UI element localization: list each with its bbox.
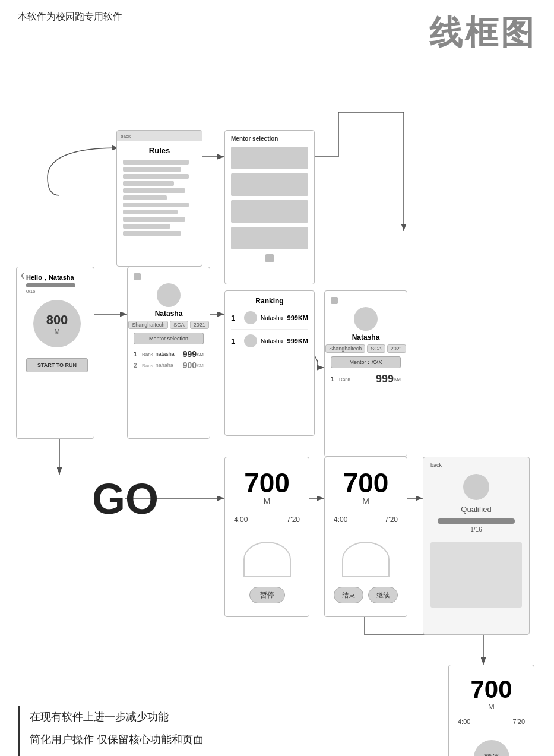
running-screen2: 700 M 4:00 7'20 结束 继续 — [324, 457, 407, 617]
ranking-r2-num: 1 — [231, 337, 240, 346]
main-title: 线框图 — [429, 11, 536, 56]
profile-tag2: SCA — [170, 321, 188, 329]
rules-line1 — [123, 160, 189, 165]
mentor-selection-title: Mentor selection — [231, 135, 308, 142]
profile2-screen: Natasha Shanghaitech SCA 2021 Mentor：XXX… — [324, 290, 407, 457]
home-progress-bar — [26, 283, 75, 287]
ranking-title: Ranking — [231, 297, 308, 305]
rules-line3 — [123, 174, 189, 179]
profile-rank2-row: 2 Rank nahaha 900 KM — [134, 360, 204, 370]
profile2-rank-num: 1 — [331, 376, 339, 382]
pause-button1[interactable]: 暂停 — [249, 587, 285, 603]
running3-time2: 7'20 — [513, 718, 525, 725]
rules-line6 — [123, 195, 167, 200]
rules-line4 — [123, 181, 174, 186]
back-label-rules: back — [121, 134, 131, 139]
profile-tag1: Shanghaitech — [128, 321, 168, 329]
ranking-r2-km: 999KM — [287, 337, 308, 344]
qualified-screen: back Qualified 1/16 — [423, 457, 530, 635]
mentor-item4 — [231, 227, 308, 249]
home-greeting: Hello，Natasha — [26, 273, 88, 282]
running-screen1: 700 M 4:00 7'20 暂停 — [224, 457, 309, 617]
end-button[interactable]: 结束 — [334, 587, 363, 603]
home-unit: M — [54, 328, 59, 335]
rules-line8 — [123, 210, 178, 214]
ranking-r2-name: Natasha — [261, 338, 287, 344]
go-text: GO — [92, 475, 159, 523]
running1-time2: 7'20 — [287, 515, 300, 524]
mentor-item3 — [231, 200, 308, 223]
profile2-rank-unit: KM — [394, 377, 401, 382]
rules-line11 — [123, 231, 181, 236]
rules-line2 — [123, 167, 181, 172]
ranking-r2-avatar — [244, 334, 257, 347]
running2-time2: 7'20 — [385, 515, 398, 524]
profile-name: Natasha — [134, 309, 204, 318]
running3-distance: 700 — [458, 677, 525, 702]
profile-rank2-num: 2 — [134, 362, 142, 369]
mentor-item1 — [231, 147, 308, 169]
home-distance-circle: 800 M — [33, 300, 81, 347]
qualified-status: Qualified — [430, 505, 522, 514]
profile2-rank-row: 1 Rank 999 KM — [331, 373, 401, 385]
subtitle: 本软件为校园跑专用软件 — [18, 11, 122, 23]
running2-time1: 4:00 — [334, 515, 347, 524]
page-header: 本软件为校园跑专用软件 线框图 — [0, 0, 554, 62]
profile-rank2-name: nahaha — [156, 362, 183, 368]
profile-nav-square — [134, 273, 141, 280]
home-progress-text: 0/16 — [26, 289, 88, 294]
mentor-selection-screen-top: Mentor selection — [224, 130, 315, 284]
mentor-nav-dot — [265, 254, 274, 262]
running1-curve — [243, 542, 291, 577]
ranking-screen: Ranking 1 Natasha 999KM 1 Natasha 999KM — [224, 290, 315, 436]
profile-rank1-unit: KM — [197, 352, 204, 357]
profile-rank1-name: natasha — [156, 351, 183, 357]
profile-rank1-num: 1 — [134, 351, 142, 358]
profile2-avatar — [354, 307, 378, 331]
profile-rank1-row: 1 Rank natasha 999 KM — [134, 349, 204, 359]
running3-time1: 4:00 — [458, 718, 470, 725]
profile-mentor-btn[interactable]: Mentor selection — [134, 333, 204, 344]
rules-line7 — [123, 203, 189, 207]
qualified-progress-bar — [438, 518, 515, 524]
ranking-r1-name: Natasha — [261, 315, 287, 321]
profile2-name: Natasha — [331, 333, 401, 341]
home-screen: ❮ Hello，Natasha 0/16 800 M START TO RUN — [16, 267, 94, 439]
rules-title: Rules — [123, 146, 196, 155]
profile2-tag1: Shanghaitech — [325, 344, 365, 353]
home-distance: 800 — [46, 312, 68, 328]
rules-line5 — [123, 188, 185, 193]
ranking-r1-avatar — [244, 311, 257, 324]
profile-rank2-label: Rank — [142, 363, 153, 368]
running1-time1: 4:00 — [234, 515, 248, 524]
profile2-mentor-label: Mentor：XXX — [331, 356, 401, 368]
mentor-item2 — [231, 173, 308, 196]
rules-line9 — [123, 217, 185, 222]
profile-screen: Natasha Shanghaitech SCA 2021 Mentor sel… — [127, 267, 210, 439]
qualified-bottom-block — [430, 542, 522, 608]
start-run-button[interactable]: START TO RUN — [26, 358, 88, 372]
profile2-tag3: 2021 — [387, 344, 406, 353]
profile-rank1-km: 999 — [183, 349, 197, 359]
qualified-progress-text: 1/16 — [430, 526, 522, 533]
profile-tag3: 2021 — [190, 321, 209, 329]
qualified-avatar — [463, 474, 489, 500]
ranking-r1-num: 1 — [231, 314, 240, 322]
profile2-rank-label: Rank — [339, 377, 350, 382]
running2-curve — [342, 542, 390, 577]
running-screen3: 700 M 4:00 7'20 暂停 — [448, 665, 534, 756]
pause-button2[interactable]: 暂停 — [474, 740, 509, 756]
rules-screen: back Rules — [116, 130, 202, 267]
continue-button[interactable]: 继续 — [368, 587, 398, 603]
profile-rank1-label: Rank — [142, 352, 153, 357]
profile2-nav-square — [331, 297, 338, 304]
running3-unit: M — [458, 702, 525, 711]
ranking-r1-km: 999KM — [287, 314, 308, 321]
profile2-rank-km: 999 — [376, 373, 394, 385]
running1-distance: 700 — [234, 469, 300, 496]
profile-rank2-km: 900 — [183, 360, 197, 370]
profile-rank2-unit: KM — [197, 363, 204, 368]
profile-avatar — [157, 283, 181, 307]
rules-line10 — [123, 224, 170, 229]
profile2-tag2: SCA — [367, 344, 385, 353]
